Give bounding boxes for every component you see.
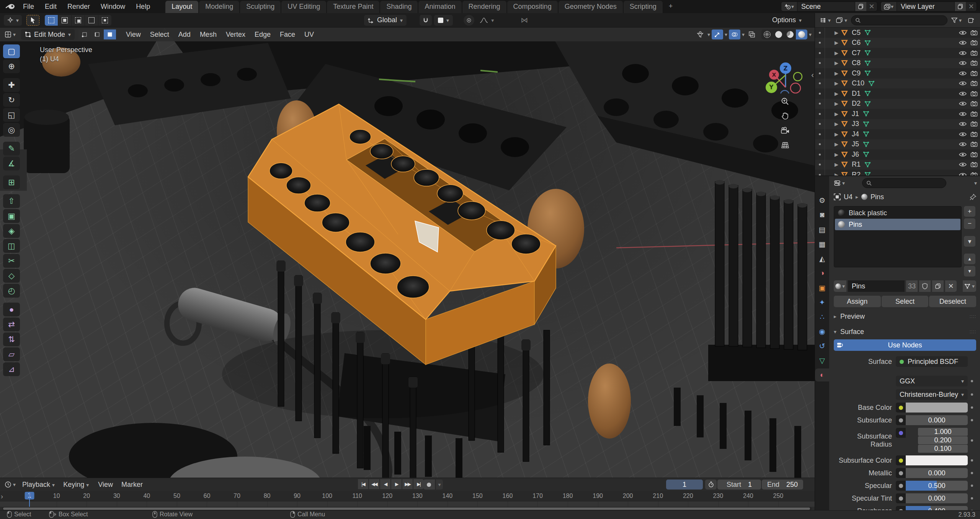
menu-item[interactable]: Help <box>131 1 155 12</box>
object-name[interactable]: J4 <box>849 130 861 138</box>
gizmo-neg-x-axis[interactable] <box>791 83 800 93</box>
tool-button[interactable]: ◴ <box>3 284 20 298</box>
value-slider[interactable]: 0.500 <box>906 481 968 491</box>
slot-specials-dropdown[interactable]: ▾ <box>964 236 975 247</box>
animate-dot[interactable] <box>968 393 976 396</box>
gizmo-neg-z-axis[interactable] <box>781 90 789 93</box>
hide-eye-icon[interactable] <box>959 152 967 157</box>
remove-slot-button[interactable]: − <box>964 218 975 229</box>
object-name[interactable]: C6 <box>849 39 863 47</box>
timeline-menu-dropdown[interactable]: Keying ▾ <box>59 480 93 490</box>
expand-arrow-icon[interactable]: ▶ <box>833 141 840 147</box>
browse-material-dropdown[interactable]: ▾ <box>834 280 846 292</box>
view-layer-selector[interactable]: ▾ View Layer ✕ <box>880 2 977 11</box>
orthographic-grid-icon[interactable] <box>779 139 792 152</box>
tool-button[interactable]: ◱ <box>3 108 20 122</box>
proportional-editing-toggle[interactable] <box>464 15 474 26</box>
properties-tab[interactable]: ◙ <box>815 208 829 221</box>
active-tool-icon[interactable] <box>26 15 39 26</box>
tool-button[interactable]: ◎ <box>3 123 20 137</box>
remove-view-layer-button[interactable]: ✕ <box>966 2 977 11</box>
expand-arrow-icon[interactable]: ▶ <box>833 152 840 157</box>
tool-button[interactable]: ▢ <box>3 44 20 58</box>
new-collection-button[interactable] <box>965 15 977 25</box>
outliner-item[interactable]: ▶ C5 <box>815 28 980 38</box>
preview-panel-header[interactable]: ▸ Preview :::: <box>834 310 976 323</box>
value-slider[interactable]: 1.000 <box>918 428 968 436</box>
workspace-tab[interactable]: Geometry Nodes <box>559 1 623 13</box>
tool-button[interactable]: ▱ <box>3 347 20 361</box>
transport-button[interactable]: ▶ <box>391 479 402 489</box>
workspace-tab[interactable]: Rendering <box>462 1 506 13</box>
outliner-item[interactable]: ▶ J5 <box>815 139 980 150</box>
proportional-falloff-dropdown[interactable]: ▾ <box>476 15 498 26</box>
ruler-tick[interactable]: 230 <box>713 493 723 499</box>
ruler-tick[interactable]: 180 <box>563 493 573 499</box>
hide-eye-icon[interactable] <box>959 40 967 45</box>
ruler-tick[interactable]: 140 <box>442 493 452 499</box>
outliner-item[interactable]: ▶ J4 <box>815 129 980 139</box>
transport-button[interactable]: ▶| <box>413 479 424 489</box>
outliner-editor-type-button[interactable]: ▾ <box>818 15 832 25</box>
object-name[interactable]: C10 <box>849 79 867 87</box>
select-mode-invert[interactable] <box>85 15 98 26</box>
expand-arrow-icon[interactable]: ▶ <box>833 30 840 36</box>
value-slider[interactable]: 0.000 <box>906 468 968 478</box>
expand-arrow-icon[interactable]: ▶ <box>833 131 840 137</box>
ruler-tick[interactable]: 30 <box>113 493 120 499</box>
tool-button[interactable]: ✎ <box>3 142 20 156</box>
properties-tab[interactable]: ◑ <box>815 267 829 280</box>
visibility-dropdown[interactable]: ▾ <box>707 31 710 38</box>
ruler-tick[interactable]: 80 <box>264 493 271 499</box>
viewport-menu-item[interactable]: Vertex <box>221 29 250 40</box>
ruler-tick[interactable]: 40 <box>143 493 150 499</box>
camera-view-icon[interactable] <box>779 124 792 137</box>
menu-item[interactable]: Render <box>62 1 95 12</box>
hide-eye-icon[interactable] <box>959 111 967 116</box>
gizmo-z-axis[interactable]: Z <box>784 65 788 72</box>
properties-tab[interactable]: ▽ <box>815 354 829 367</box>
auto-keyframe-stopwatch-button[interactable] <box>705 480 717 490</box>
object-name[interactable]: J6 <box>849 151 861 159</box>
viewport-menu-item[interactable]: Add <box>174 29 195 40</box>
timeline-menu-item[interactable]: Marker <box>117 480 147 490</box>
workspace-tab[interactable]: UV Editing <box>281 1 326 13</box>
value-slider[interactable]: 0.000 <box>906 493 968 503</box>
animate-dot[interactable] <box>968 419 976 421</box>
shading-material-button[interactable] <box>784 29 796 39</box>
workspace-tab[interactable]: Scripting <box>624 1 663 13</box>
expand-arrow-icon[interactable]: ▶ <box>833 80 840 86</box>
ruler-tick[interactable]: 60 <box>204 493 211 499</box>
tool-button[interactable]: ✂ <box>3 254 20 268</box>
outliner-item[interactable]: ▶ D1 <box>815 88 980 99</box>
current-frame-field[interactable]: 1 <box>666 480 703 490</box>
tool-button[interactable]: ⊿ <box>3 362 20 376</box>
playhead[interactable] <box>29 492 30 507</box>
ruler-tick[interactable]: 210 <box>653 493 663 499</box>
move-slot-down-button[interactable]: ▼ <box>964 266 975 277</box>
timeline-menu-item[interactable]: View <box>94 480 117 490</box>
new-view-layer-button[interactable] <box>954 2 966 11</box>
expand-arrow-icon[interactable]: ▶ <box>833 172 840 175</box>
new-material-copy-button[interactable] <box>932 280 944 292</box>
outliner-item[interactable]: ▶ J3 <box>815 119 980 129</box>
select-mode-new[interactable] <box>45 15 58 26</box>
object-name[interactable]: J3 <box>849 120 861 128</box>
panel-grip[interactable]: :::: <box>970 314 976 319</box>
outliner-item[interactable]: ▶ R2 <box>815 170 980 175</box>
options-dropdown[interactable]: Options ▾ <box>768 15 805 26</box>
viewport-menu-item[interactable]: Edge <box>250 29 275 40</box>
pin-icon[interactable] <box>970 194 976 200</box>
scene-name[interactable]: Scene <box>797 3 855 11</box>
hide-eye-icon[interactable] <box>959 172 967 175</box>
xray-toggle[interactable] <box>746 29 758 39</box>
object-name[interactable]: R2 <box>849 171 863 175</box>
viewport-menu-item[interactable]: Mesh <box>195 29 221 40</box>
breadcrumb-material[interactable]: Pins <box>871 193 884 201</box>
shading-rendered-button[interactable] <box>796 29 807 39</box>
edge-select-button[interactable] <box>91 29 103 39</box>
transport-button[interactable]: ◀ <box>380 479 390 489</box>
outliner-item[interactable]: ▶ C9 <box>815 68 980 79</box>
sidebar-collapse-arrow[interactable]: ‹ <box>811 70 814 79</box>
navigation-gizmo[interactable]: Z X Y <box>760 44 810 93</box>
